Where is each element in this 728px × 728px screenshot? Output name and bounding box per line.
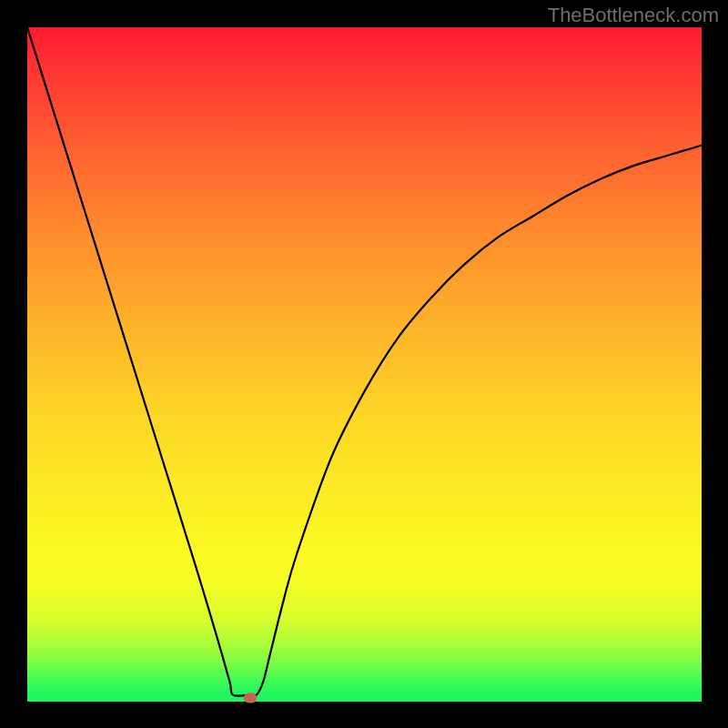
curve-svg [27, 27, 702, 702]
plot-area [27, 27, 702, 702]
watermark-text: TheBottleneck.com [548, 4, 719, 27]
bottleneck-curve-path [27, 27, 702, 696]
optimal-marker [244, 693, 257, 703]
chart-outer: TheBottleneck.com [0, 0, 728, 728]
